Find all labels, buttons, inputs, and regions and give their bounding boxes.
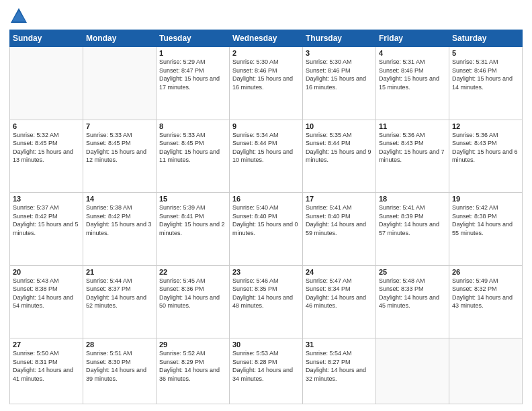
calendar-cell: 2Sunrise: 5:30 AMSunset: 8:46 PMDaylight… xyxy=(230,47,303,120)
day-info: Sunrise: 5:35 AMSunset: 8:44 PMDaylight:… xyxy=(306,131,373,165)
day-number: 27 xyxy=(13,340,80,349)
calendar-week-row: 27Sunrise: 5:50 AMSunset: 8:31 PMDayligh… xyxy=(10,338,523,404)
calendar-cell: 20Sunrise: 5:43 AMSunset: 8:38 PMDayligh… xyxy=(10,265,83,338)
day-info: Sunrise: 5:31 AMSunset: 8:46 PMDaylight:… xyxy=(452,58,519,91)
calendar-cell: 14Sunrise: 5:38 AMSunset: 8:42 PMDayligh… xyxy=(83,193,157,266)
calendar-cell: 26Sunrise: 5:49 AMSunset: 8:32 PMDayligh… xyxy=(449,265,523,338)
calendar-cell: 7Sunrise: 5:33 AMSunset: 8:45 PMDaylight… xyxy=(83,120,157,193)
day-number: 18 xyxy=(379,195,446,203)
day-info: Sunrise: 5:39 AMSunset: 8:41 PMDaylight:… xyxy=(159,203,226,237)
day-info: Sunrise: 5:30 AMSunset: 8:46 PMDaylight:… xyxy=(232,58,300,91)
day-number: 31 xyxy=(306,340,373,349)
calendar-week-row: 20Sunrise: 5:43 AMSunset: 8:38 PMDayligh… xyxy=(10,265,523,338)
day-number: 3 xyxy=(306,49,373,57)
day-number: 24 xyxy=(306,268,373,276)
day-number: 6 xyxy=(13,122,80,130)
calendar-cell: 31Sunrise: 5:54 AMSunset: 8:27 PMDayligh… xyxy=(303,338,376,404)
weekday-header: Monday xyxy=(83,30,157,47)
day-info: Sunrise: 5:37 AMSunset: 8:42 PMDaylight:… xyxy=(13,203,80,237)
day-number: 11 xyxy=(379,122,446,130)
day-number: 19 xyxy=(452,195,519,203)
calendar-cell: 8Sunrise: 5:33 AMSunset: 8:45 PMDaylight… xyxy=(157,120,230,193)
calendar-cell: 9Sunrise: 5:34 AMSunset: 8:44 PMDaylight… xyxy=(230,120,303,193)
calendar-cell: 13Sunrise: 5:37 AMSunset: 8:42 PMDayligh… xyxy=(10,193,83,266)
day-number: 5 xyxy=(452,49,519,57)
day-info: Sunrise: 5:40 AMSunset: 8:40 PMDaylight:… xyxy=(232,203,300,237)
day-info: Sunrise: 5:41 AMSunset: 8:40 PMDaylight:… xyxy=(306,203,373,237)
day-info: Sunrise: 5:54 AMSunset: 8:27 PMDaylight:… xyxy=(306,349,373,383)
weekday-header: Thursday xyxy=(303,30,376,47)
calendar-week-row: 6Sunrise: 5:32 AMSunset: 8:45 PMDaylight… xyxy=(10,120,523,193)
calendar-cell: 10Sunrise: 5:35 AMSunset: 8:44 PMDayligh… xyxy=(303,120,376,193)
calendar-cell: 17Sunrise: 5:41 AMSunset: 8:40 PMDayligh… xyxy=(303,193,376,266)
calendar-week-row: 1Sunrise: 5:29 AMSunset: 8:47 PMDaylight… xyxy=(10,47,523,120)
weekday-header: Sunday xyxy=(10,30,83,47)
calendar-cell: 28Sunrise: 5:51 AMSunset: 8:30 PMDayligh… xyxy=(83,338,157,404)
day-info: Sunrise: 5:44 AMSunset: 8:37 PMDaylight:… xyxy=(86,277,153,310)
day-number: 2 xyxy=(232,49,300,57)
day-number: 29 xyxy=(159,340,226,349)
day-number: 13 xyxy=(13,195,80,203)
day-number: 9 xyxy=(232,122,300,130)
svg-marker-1 xyxy=(12,11,26,21)
day-info: Sunrise: 5:47 AMSunset: 8:34 PMDaylight:… xyxy=(306,277,373,310)
header xyxy=(9,7,523,26)
day-number: 8 xyxy=(159,122,226,130)
day-number: 15 xyxy=(159,195,226,203)
calendar-cell: 22Sunrise: 5:45 AMSunset: 8:36 PMDayligh… xyxy=(157,265,230,338)
day-info: Sunrise: 5:33 AMSunset: 8:45 PMDaylight:… xyxy=(159,131,226,165)
day-info: Sunrise: 5:50 AMSunset: 8:31 PMDaylight:… xyxy=(13,349,80,383)
day-info: Sunrise: 5:31 AMSunset: 8:46 PMDaylight:… xyxy=(379,58,446,91)
weekday-header: Friday xyxy=(376,30,449,47)
calendar-cell: 6Sunrise: 5:32 AMSunset: 8:45 PMDaylight… xyxy=(10,120,83,193)
calendar-cell xyxy=(83,47,157,120)
day-info: Sunrise: 5:52 AMSunset: 8:29 PMDaylight:… xyxy=(159,349,226,383)
calendar-week-row: 13Sunrise: 5:37 AMSunset: 8:42 PMDayligh… xyxy=(10,193,523,266)
day-number: 7 xyxy=(86,122,153,130)
calendar-cell: 11Sunrise: 5:36 AMSunset: 8:43 PMDayligh… xyxy=(376,120,449,193)
calendar-cell: 19Sunrise: 5:42 AMSunset: 8:38 PMDayligh… xyxy=(449,193,523,266)
day-number: 26 xyxy=(452,268,519,276)
day-number: 4 xyxy=(379,49,446,57)
calendar-table: SundayMondayTuesdayWednesdayThursdayFrid… xyxy=(9,30,523,404)
day-info: Sunrise: 5:41 AMSunset: 8:39 PMDaylight:… xyxy=(379,203,446,237)
weekday-header: Saturday xyxy=(449,30,523,47)
day-info: Sunrise: 5:29 AMSunset: 8:47 PMDaylight:… xyxy=(159,58,226,91)
day-number: 23 xyxy=(232,268,300,276)
calendar-cell: 24Sunrise: 5:47 AMSunset: 8:34 PMDayligh… xyxy=(303,265,376,338)
page: SundayMondayTuesdayWednesdayThursdayFrid… xyxy=(0,0,532,411)
day-number: 30 xyxy=(232,340,300,349)
day-info: Sunrise: 5:48 AMSunset: 8:33 PMDaylight:… xyxy=(379,277,446,310)
day-info: Sunrise: 5:30 AMSunset: 8:46 PMDaylight:… xyxy=(306,58,373,91)
calendar-cell: 30Sunrise: 5:53 AMSunset: 8:28 PMDayligh… xyxy=(230,338,303,404)
day-number: 12 xyxy=(452,122,519,130)
day-info: Sunrise: 5:53 AMSunset: 8:28 PMDaylight:… xyxy=(232,349,300,383)
day-info: Sunrise: 5:36 AMSunset: 8:43 PMDaylight:… xyxy=(379,131,446,165)
calendar-cell: 18Sunrise: 5:41 AMSunset: 8:39 PMDayligh… xyxy=(376,193,449,266)
day-number: 22 xyxy=(159,268,226,276)
day-info: Sunrise: 5:43 AMSunset: 8:38 PMDaylight:… xyxy=(13,277,80,310)
day-number: 10 xyxy=(306,122,373,130)
weekday-header: Wednesday xyxy=(230,30,303,47)
calendar-cell: 27Sunrise: 5:50 AMSunset: 8:31 PMDayligh… xyxy=(10,338,83,404)
calendar-cell: 23Sunrise: 5:46 AMSunset: 8:35 PMDayligh… xyxy=(230,265,303,338)
weekday-header: Tuesday xyxy=(157,30,230,47)
day-number: 28 xyxy=(86,340,153,349)
calendar-cell xyxy=(449,338,523,404)
day-info: Sunrise: 5:33 AMSunset: 8:45 PMDaylight:… xyxy=(86,131,153,165)
day-info: Sunrise: 5:38 AMSunset: 8:42 PMDaylight:… xyxy=(86,203,153,237)
calendar-header-row: SundayMondayTuesdayWednesdayThursdayFrid… xyxy=(10,30,523,47)
day-info: Sunrise: 5:32 AMSunset: 8:45 PMDaylight:… xyxy=(13,131,80,165)
logo-icon xyxy=(9,7,28,26)
calendar-cell: 3Sunrise: 5:30 AMSunset: 8:46 PMDaylight… xyxy=(303,47,376,120)
calendar-cell: 15Sunrise: 5:39 AMSunset: 8:41 PMDayligh… xyxy=(157,193,230,266)
day-info: Sunrise: 5:36 AMSunset: 8:43 PMDaylight:… xyxy=(452,131,519,165)
day-info: Sunrise: 5:34 AMSunset: 8:44 PMDaylight:… xyxy=(232,131,300,165)
day-info: Sunrise: 5:46 AMSunset: 8:35 PMDaylight:… xyxy=(232,277,300,310)
day-number: 1 xyxy=(159,49,226,57)
logo xyxy=(9,7,31,26)
calendar-cell: 4Sunrise: 5:31 AMSunset: 8:46 PMDaylight… xyxy=(376,47,449,120)
day-number: 21 xyxy=(86,268,153,276)
calendar-cell: 25Sunrise: 5:48 AMSunset: 8:33 PMDayligh… xyxy=(376,265,449,338)
day-number: 25 xyxy=(379,268,446,276)
